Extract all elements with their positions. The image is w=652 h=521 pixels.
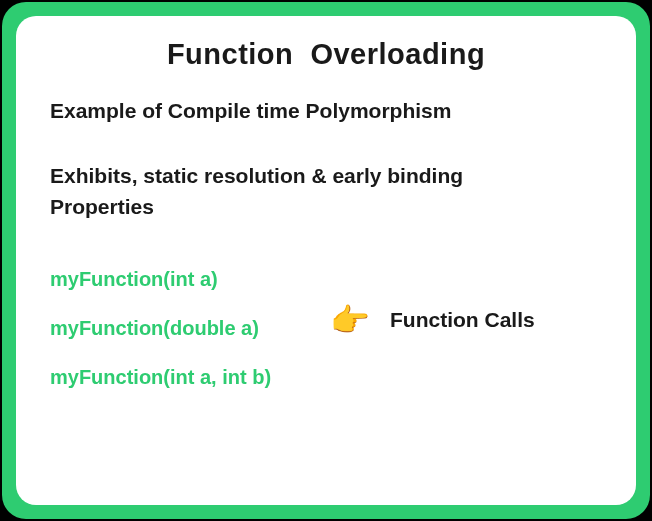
- description-line1: Exhibits, static resolution & early bind…: [50, 164, 463, 187]
- function-signature-1: myFunction(int a): [50, 268, 602, 291]
- pointer-group: 👉 Function Calls: [330, 304, 535, 336]
- function-section: myFunction(int a) myFunction(double a) m…: [50, 268, 602, 389]
- page-title: Function Overloading: [90, 38, 562, 71]
- outer-frame: Function Overloading Example of Compile …: [2, 2, 650, 519]
- description-properties: Exhibits, static resolution & early bind…: [50, 161, 602, 222]
- pointing-hand-icon: 👉: [330, 304, 370, 336]
- content-card: Function Overloading Example of Compile …: [16, 16, 636, 505]
- description-polymorphism: Example of Compile time Polymorphism: [50, 97, 602, 125]
- description-line2: Properties: [50, 195, 154, 218]
- function-signature-3: myFunction(int a, int b): [50, 366, 602, 389]
- pointer-label: Function Calls: [390, 308, 535, 332]
